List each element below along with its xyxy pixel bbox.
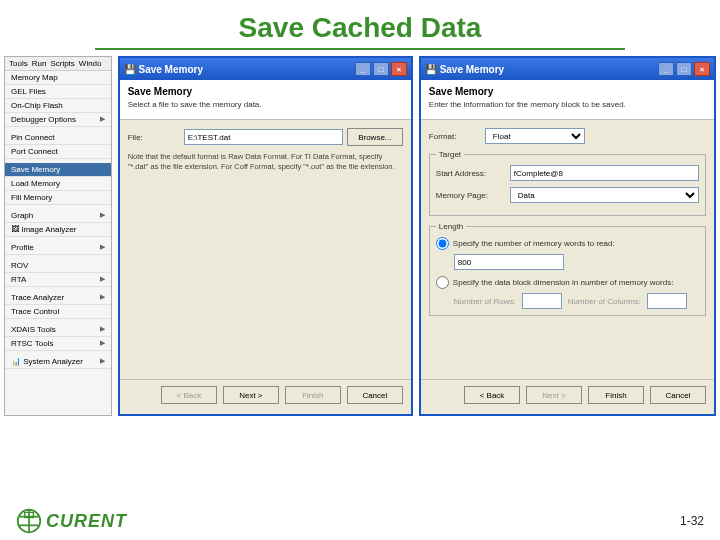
save-memory-dialog-step1: 💾 Save Memory _ □ × Save Memory Select a… [118,56,413,416]
menu-rov[interactable]: ROV [5,259,111,273]
memory-page-select[interactable]: Data [510,187,699,203]
dialog2-header: Save Memory Enter the information for th… [421,80,714,120]
cancel-button[interactable]: Cancel [650,386,706,404]
dialog1-titlebar: 💾 Save Memory _ □ × [120,58,411,80]
cancel-button[interactable]: Cancel [347,386,403,404]
dialog1-header: Save Memory Select a file to save the me… [120,80,411,120]
slide-title: Save Cached Data [0,0,720,48]
submenu-arrow-icon: ▶ [100,115,105,124]
submenu-arrow-icon: ▶ [100,357,105,366]
menu-debugger-options[interactable]: Debugger Options▶ [5,113,111,127]
menu-trace-control[interactable]: Trace Control [5,305,111,319]
menubar-tools[interactable]: Tools [9,59,28,68]
start-address-input[interactable] [510,165,699,181]
file-input[interactable] [184,129,343,145]
slide-footer: CURENT 1-32 [0,508,720,534]
menu-xdais-tools[interactable]: XDAIS Tools▶ [5,323,111,337]
length-dims-label: Specify the data block dimension in numb… [453,278,674,287]
length-words-radio[interactable] [436,237,449,250]
length-group: Length Specify the number of memory word… [429,222,706,316]
format-note: Note that the default format is Raw Data… [128,152,403,172]
tools-menubar: Tools Run Scripts Windo [5,57,111,71]
submenu-arrow-icon: ▶ [100,293,105,302]
rows-input [522,293,562,309]
tools-menu: Tools Run Scripts Windo Memory Map GEL F… [4,56,112,416]
memory-page-label: Memory Page: [436,191,506,200]
submenu-arrow-icon: ▶ [100,211,105,220]
file-label: File: [128,133,180,142]
submenu-arrow-icon: ▶ [100,325,105,334]
menubar-window[interactable]: Windo [79,59,102,68]
target-legend: Target [436,150,464,159]
submenu-arrow-icon: ▶ [100,243,105,252]
dialog1-window-title: 💾 Save Memory [124,64,203,75]
title-underline [95,48,625,50]
submenu-arrow-icon: ▶ [100,275,105,284]
logo-text: CURENT [46,511,127,532]
finish-button[interactable]: Finish [588,386,644,404]
cols-input [647,293,687,309]
menu-image-analyzer[interactable]: 🖼 Image Analyzer [5,223,111,237]
menu-rta[interactable]: RTA▶ [5,273,111,287]
app-icon: 💾 [425,64,437,75]
rows-label: Number of Rows: [454,297,516,306]
close-icon[interactable]: × [391,62,407,76]
menu-rtsc-tools[interactable]: RTSC Tools▶ [5,337,111,351]
next-button[interactable]: Next > [223,386,279,404]
menu-fill-memory[interactable]: Fill Memory [5,191,111,205]
menu-graph[interactable]: Graph▶ [5,209,111,223]
menu-pin-connect[interactable]: Pin Connect [5,131,111,145]
menubar-scripts[interactable]: Scripts [50,59,74,68]
menu-memory-map[interactable]: Memory Map [5,71,111,85]
dialog1-footer: < Back Next > Finish Cancel [120,379,411,414]
menu-gel-files[interactable]: GEL Files [5,85,111,99]
length-words-label: Specify the number of memory words to re… [453,239,615,248]
menu-save-memory[interactable]: Save Memory [5,163,111,177]
dialog1-heading: Save Memory [128,86,403,97]
browse-button[interactable]: Browse... [347,128,403,146]
save-memory-dialog-step2: 💾 Save Memory _ □ × Save Memory Enter th… [419,56,716,416]
logo-icon [16,508,42,534]
dialog1-body: File: Browse... Note that the default fo… [120,120,411,379]
target-group: Target Start Address: Memory Page: Data [429,150,706,216]
close-icon[interactable]: × [694,62,710,76]
menu-profile[interactable]: Profile▶ [5,241,111,255]
menu-onchip-flash[interactable]: On-Chip Flash [5,99,111,113]
maximize-icon[interactable]: □ [676,62,692,76]
dialog2-footer: < Back Next > Finish Cancel [421,379,714,414]
format-select[interactable]: Float [485,128,585,144]
app-icon: 💾 [124,64,136,75]
start-address-label: Start Address: [436,169,506,178]
minimize-icon[interactable]: _ [658,62,674,76]
submenu-arrow-icon: ▶ [100,339,105,348]
workarea: Tools Run Scripts Windo Memory Map GEL F… [0,56,720,416]
dialog2-body: Format: Float Target Start Address: Memo… [421,120,714,379]
words-input[interactable] [454,254,564,270]
dialog2-window-title: 💾 Save Memory [425,64,504,75]
page-number: 1-32 [680,514,704,528]
menu-load-memory[interactable]: Load Memory [5,177,111,191]
format-label: Format: [429,132,481,141]
logo: CURENT [16,508,127,534]
dialog2-heading: Save Memory [429,86,706,97]
dialog2-titlebar: 💾 Save Memory _ □ × [421,58,714,80]
menu-port-connect[interactable]: Port Connect [5,145,111,159]
minimize-icon[interactable]: _ [355,62,371,76]
menubar-run[interactable]: Run [32,59,47,68]
dialog2-subtitle: Enter the information for the memory blo… [429,100,706,109]
cols-label: Number of Columns: [568,297,641,306]
length-legend: Length [436,222,466,231]
next-button[interactable]: Next > [526,386,582,404]
maximize-icon[interactable]: □ [373,62,389,76]
menu-system-analyzer[interactable]: 📊 System Analyzer▶ [5,355,111,369]
menu-trace-analyzer[interactable]: Trace Analyzer▶ [5,291,111,305]
finish-button[interactable]: Finish [285,386,341,404]
back-button[interactable]: < Back [161,386,217,404]
back-button[interactable]: < Back [464,386,520,404]
dialog1-subtitle: Select a file to save the memory data. [128,100,403,109]
length-dims-radio[interactable] [436,276,449,289]
